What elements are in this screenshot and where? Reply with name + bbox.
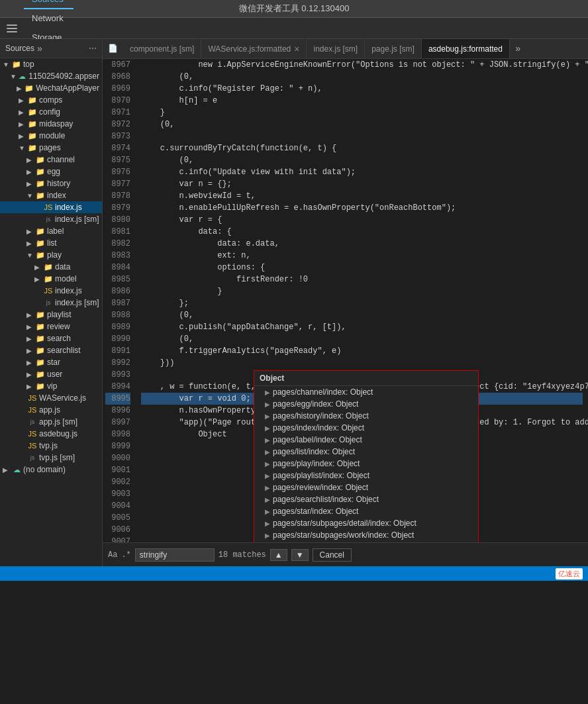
- tree-arrow[interactable]: ▶: [26, 335, 36, 342]
- editor-tab-waservice.js:formatted[interactable]: WAService.js:formatted×: [201, 39, 307, 58]
- tree-arrow[interactable]: ▶: [19, 97, 28, 104]
- editor-tab-page.js-[sm][interactable]: page.js [sm]: [365, 39, 422, 58]
- editor-tab-index.js-[sm][interactable]: index.js [sm]: [307, 39, 365, 58]
- sidebar-expand-icon[interactable]: »: [37, 43, 42, 54]
- autocomplete-item[interactable]: ▶pages/channel/index: Object: [254, 386, 478, 398]
- tree-item-index.js[interactable]: JSindex.js: [0, 285, 102, 297]
- tree-arrow[interactable]: ▶: [26, 359, 36, 366]
- autocomplete-list[interactable]: ▶pages/channel/index: Object▶pages/egg/i…: [254, 386, 478, 542]
- tree-arrow[interactable]: ▶: [34, 264, 44, 271]
- tree-item-tvp.js-[sm][interactable]: jstvp.js [sm]: [0, 452, 102, 464]
- tree-item-index.js-[sm][interactable]: jsindex.js [sm]: [0, 297, 102, 309]
- line-number: 9005: [105, 512, 130, 524]
- tree-item-index[interactable]: ▼📁index: [0, 189, 102, 201]
- find-input[interactable]: [135, 548, 215, 562]
- find-next-button[interactable]: ▼: [291, 549, 309, 561]
- tree-arrow[interactable]: ▶: [26, 228, 36, 235]
- tree-arrow[interactable]: ▶: [34, 276, 44, 283]
- autocomplete-item[interactable]: ▶pages/playlist/index: Object: [254, 470, 478, 481]
- tree-arrow[interactable]: ▶: [19, 109, 28, 116]
- autocomplete-item[interactable]: ▶pages/list/index: Object: [254, 446, 478, 458]
- tree-arrow[interactable]: ▶: [17, 85, 24, 92]
- tree-item-module[interactable]: ▶📁module: [0, 130, 102, 142]
- autocomplete-item[interactable]: ▶pages/review/index: Object: [254, 481, 478, 493]
- tree-item-review[interactable]: ▶📁review: [0, 321, 102, 332]
- tree-item-top[interactable]: ▼📁top: [0, 58, 102, 70]
- autocomplete-item[interactable]: ▶pages/egg/index: Object: [254, 398, 478, 410]
- autocomplete-item[interactable]: ▶pages/user/index: Object: [254, 541, 478, 542]
- tree-arrow[interactable]: ▶: [26, 168, 36, 176]
- autocomplete-item[interactable]: ▶pages/index/index: Object: [254, 422, 478, 434]
- tree-item-model[interactable]: ▶📁model: [0, 273, 102, 285]
- tree-item-app.js-[sm][interactable]: jsapp.js [sm]: [0, 416, 102, 428]
- tree-arrow[interactable]: ▶: [26, 156, 36, 164]
- tab-close-button[interactable]: ×: [294, 44, 299, 54]
- tree-arrow[interactable]: ▼: [10, 73, 19, 80]
- tree-item-play[interactable]: ▼📁play: [0, 249, 102, 261]
- autocomplete-item[interactable]: ▶pages/searchlist/index: Object: [254, 493, 478, 505]
- tree-arrow[interactable]: ▼: [3, 61, 12, 68]
- code-line: (0,: [141, 309, 583, 321]
- autocomplete-item[interactable]: ▶pages/history/index: Object: [254, 410, 478, 422]
- tree-item-index.js-[sm][interactable]: jsindex.js [sm]: [0, 213, 102, 225]
- tree-arrow[interactable]: ▶: [3, 466, 12, 474]
- tree-item-vip[interactable]: ▶📁vip: [0, 380, 102, 392]
- tree-arrow[interactable]: ▶: [26, 371, 36, 378]
- tree-item-config[interactable]: ▶📁config: [0, 106, 102, 118]
- tree-arrow[interactable]: ▶: [19, 121, 28, 128]
- tree-label: list: [47, 238, 57, 248]
- autocomplete-popup[interactable]: Object ▶pages/channel/index: Object▶page…: [254, 370, 479, 542]
- tree-arrow[interactable]: ▼: [26, 192, 36, 199]
- tree-item-data[interactable]: ▶📁data: [0, 261, 102, 273]
- tree-arrow[interactable]: ▶: [19, 132, 28, 140]
- autocomplete-item[interactable]: ▶pages/star/subpages/detail/index: Objec…: [254, 517, 478, 529]
- sidebar-tree[interactable]: ▼📁top▼☁1150254092.appser▶📁WechatAppPlaye…: [0, 58, 102, 566]
- editor-tab-component.js-[sm][interactable]: component.js [sm]: [123, 39, 201, 58]
- tree-arrow[interactable]: ▶: [26, 347, 36, 354]
- top-tab-network[interactable]: Network: [24, 9, 74, 28]
- sidebar-action-icon[interactable]: ⋯: [89, 44, 97, 53]
- autocomplete-item[interactable]: ▶pages/star/subpages/work/index: Object: [254, 529, 478, 541]
- tree-item-midaspay[interactable]: ▶📁midaspay: [0, 118, 102, 130]
- tree-item-pages[interactable]: ▼📁pages: [0, 142, 102, 154]
- line-number: 9001: [105, 464, 130, 476]
- tree-item-label[interactable]: ▶📁label: [0, 225, 102, 237]
- tree-arrow[interactable]: ▶: [26, 240, 36, 247]
- line-number: 8990: [105, 333, 130, 345]
- tabs-overflow-button[interactable]: »: [510, 44, 526, 54]
- tree-item-(no-domain)[interactable]: ▶☁(no domain): [0, 464, 102, 476]
- tree-item-user[interactable]: ▶📁user: [0, 368, 102, 380]
- tree-item-searchlist[interactable]: ▶📁searchlist: [0, 344, 102, 356]
- tree-arrow[interactable]: ▶: [26, 383, 36, 390]
- autocomplete-item[interactable]: ▶pages/play/index: Object: [254, 458, 478, 470]
- editor-tab-asdebug.js:formatted[interactable]: asdebug.js:formatted: [422, 39, 510, 58]
- tree-item-playlist[interactable]: ▶📁playlist: [0, 309, 102, 321]
- find-cancel-button[interactable]: Cancel: [313, 548, 352, 562]
- tree-item-asdebug.js[interactable]: JSasdebug.js: [0, 428, 102, 440]
- tree-arrow[interactable]: ▼: [26, 252, 36, 259]
- tree-item-tvp.js[interactable]: JStvp.js: [0, 440, 102, 452]
- tree-item-star[interactable]: ▶📁star: [0, 356, 102, 368]
- tree-item-egg[interactable]: ▶📁egg: [0, 166, 102, 177]
- tree-item-comps[interactable]: ▶📁comps: [0, 94, 102, 106]
- autocomplete-item[interactable]: ▶pages/label/index: Object: [254, 434, 478, 446]
- tree-item-app.js[interactable]: JSapp.js: [0, 404, 102, 416]
- tree-arrow[interactable]: ▶: [26, 311, 36, 319]
- tree-arrow[interactable]: ▼: [19, 144, 28, 152]
- find-prev-button[interactable]: ▲: [270, 549, 287, 561]
- tree-item-wechatappplayer[interactable]: ▶📁WechatAppPlayer: [0, 82, 102, 94]
- tree-item-search[interactable]: ▶📁search: [0, 332, 102, 344]
- tree-item-channel[interactable]: ▶📁channel: [0, 154, 102, 166]
- editor-file-icon[interactable]: 📄: [103, 44, 123, 54]
- autocomplete-item[interactable]: ▶pages/star/index: Object: [254, 505, 478, 517]
- tree-arrow[interactable]: ▶: [26, 180, 36, 187]
- tree-item-waservice.js[interactable]: JSWAService.js: [0, 392, 102, 404]
- tree-item-1150254092.appser[interactable]: ▼☁1150254092.appser: [0, 70, 102, 82]
- tree-arrow[interactable]: ▶: [26, 323, 36, 330]
- tree-item-index.js[interactable]: JSindex.js: [0, 201, 102, 213]
- tree-item-history[interactable]: ▶📁history: [0, 177, 102, 189]
- top-tab-sources[interactable]: Sources: [24, 0, 74, 9]
- menu-icon[interactable]: [5, 22, 19, 35]
- autocomplete-arrow-icon: ▶: [265, 484, 270, 491]
- tree-item-list[interactable]: ▶📁list: [0, 237, 102, 249]
